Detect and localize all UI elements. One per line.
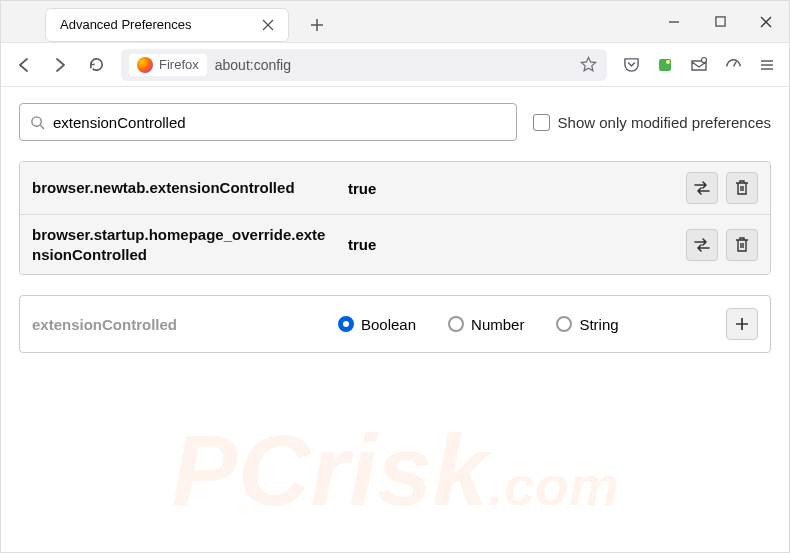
browser-tab[interactable]: Advanced Preferences <box>45 8 289 42</box>
delete-button[interactable] <box>726 172 758 204</box>
bookmark-star-icon[interactable] <box>577 54 599 76</box>
pref-list: browser.newtab.extensionControlled true … <box>19 161 771 275</box>
radio-icon <box>448 316 464 332</box>
radio-label: String <box>579 316 618 333</box>
menu-icon[interactable] <box>751 49 783 81</box>
swap-icon <box>693 181 711 195</box>
minimize-button[interactable] <box>651 1 697 43</box>
radio-icon <box>556 316 572 332</box>
pref-value: true <box>348 180 670 197</box>
watermark: PCrisk.com <box>171 413 619 528</box>
add-pref-name: extensionControlled <box>32 316 322 333</box>
reload-button[interactable] <box>79 48 113 82</box>
radio-label: Number <box>471 316 524 333</box>
firefox-logo-icon <box>137 57 153 73</box>
add-button[interactable] <box>726 308 758 340</box>
svg-rect-0 <box>715 17 724 26</box>
show-modified-checkbox[interactable]: Show only modified preferences <box>533 114 771 131</box>
type-radio-group: Boolean Number String <box>338 316 710 333</box>
toolbar: Firefox <box>1 43 789 87</box>
content-area: Show only modified preferences browser.n… <box>1 87 789 552</box>
close-tab-icon[interactable] <box>256 13 280 37</box>
toggle-button[interactable] <box>686 172 718 204</box>
pref-row[interactable]: browser.newtab.extensionControlled true <box>20 162 770 215</box>
identity-label: Firefox <box>159 57 199 72</box>
radio-string[interactable]: String <box>556 316 618 333</box>
titlebar: Advanced Preferences <box>1 1 789 43</box>
checkbox-icon <box>533 114 550 131</box>
show-modified-label: Show only modified preferences <box>558 114 771 131</box>
dashboard-icon[interactable] <box>717 49 749 81</box>
toggle-button[interactable] <box>686 229 718 261</box>
extension-icon[interactable] <box>649 49 681 81</box>
back-button[interactable] <box>7 48 41 82</box>
radio-label: Boolean <box>361 316 416 333</box>
svg-point-3 <box>702 57 707 62</box>
forward-button[interactable] <box>43 48 77 82</box>
url-input[interactable] <box>215 57 569 73</box>
identity-box[interactable]: Firefox <box>129 54 207 76</box>
radio-icon <box>338 316 354 332</box>
urlbar[interactable]: Firefox <box>121 49 607 81</box>
radio-number[interactable]: Number <box>448 316 524 333</box>
trash-icon <box>735 237 749 253</box>
pref-row[interactable]: browser.startup.homepage_override.extens… <box>20 215 770 274</box>
new-tab-button[interactable] <box>303 11 331 39</box>
pref-name: browser.startup.homepage_override.extens… <box>32 225 332 264</box>
swap-icon <box>693 238 711 252</box>
delete-button[interactable] <box>726 229 758 261</box>
search-icon <box>30 115 45 130</box>
svg-point-4 <box>32 116 41 125</box>
trash-icon <box>735 180 749 196</box>
mail-icon[interactable] <box>683 49 715 81</box>
tab-title: Advanced Preferences <box>60 17 256 32</box>
maximize-button[interactable] <box>697 1 743 43</box>
window-controls <box>651 1 789 43</box>
add-pref-row: extensionControlled Boolean Number Strin… <box>19 295 771 353</box>
pocket-icon[interactable] <box>615 49 647 81</box>
radio-boolean[interactable]: Boolean <box>338 316 416 333</box>
pref-name: browser.newtab.extensionControlled <box>32 178 332 198</box>
close-window-button[interactable] <box>743 1 789 43</box>
pref-search-box[interactable] <box>19 103 517 141</box>
pref-value: true <box>348 236 670 253</box>
pref-search-input[interactable] <box>53 114 506 131</box>
svg-point-2 <box>666 60 670 64</box>
plus-icon <box>735 317 749 331</box>
